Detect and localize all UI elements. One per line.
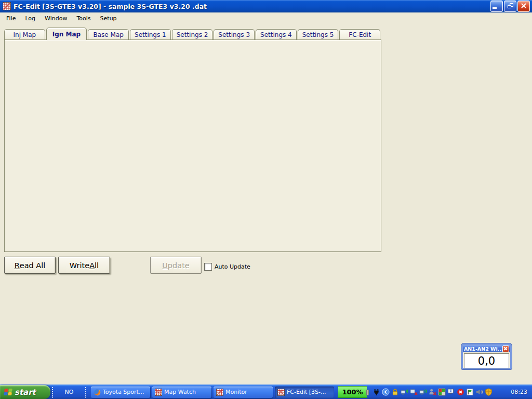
tab-settings-5[interactable]: Settings 5 — [298, 29, 339, 40]
menu-bar: FileLogWindowToolsSetup — [0, 12, 532, 24]
minimize-button[interactable] — [490, 1, 503, 12]
tab-settings-1[interactable]: Settings 1 — [130, 29, 171, 40]
colorful-app-icon[interactable] — [438, 388, 446, 396]
security-shield-icon[interactable] — [485, 388, 493, 396]
wireless-network-2-icon[interactable] — [419, 388, 427, 396]
toolbar-handle[interactable] — [51, 387, 54, 398]
wireless-network-icon[interactable] — [401, 388, 408, 396]
power-plug-icon[interactable] — [373, 388, 380, 396]
menu-window[interactable]: Window — [40, 14, 72, 23]
start-label: start — [15, 388, 36, 397]
close-button[interactable] — [517, 1, 530, 12]
tab-strip: Inj MapIgn MapBase MapSettings 1Settings… — [4, 28, 381, 40]
tab-fc-edit[interactable]: FC-Edit — [339, 29, 380, 40]
minimize-icon — [493, 7, 497, 9]
an1-an2-window[interactable]: AN1-AN2 Wi... 0,0 — [461, 343, 512, 369]
an1-an2-title-bar: AN1-AN2 Wi... — [463, 345, 510, 352]
title-bar: FC-Edit [3S-GTE3 v3.20] - sample 3S-GTE3… — [0, 0, 532, 12]
start-button[interactable]: start — [0, 385, 50, 399]
update-button-disabled: Update — [150, 257, 202, 274]
offline-user-icon[interactable] — [429, 388, 436, 396]
tab-base-map[interactable]: Base Map — [88, 29, 129, 40]
hide-icons-chevron[interactable] — [382, 388, 390, 396]
tab-settings-3[interactable]: Settings 3 — [214, 29, 255, 40]
windows-logo-icon — [4, 389, 12, 395]
taskbar: start NO Toyota Sport...Map WatchMonitor… — [0, 384, 532, 399]
menu-file[interactable]: File — [2, 14, 20, 23]
taskbar-task-map-watch[interactable]: Map Watch — [152, 387, 211, 398]
menu-setup[interactable]: Setup — [96, 14, 122, 23]
battery-indicator[interactable]: 100% — [338, 386, 367, 398]
task-label: FC-Edit [3S-... — [287, 389, 326, 395]
write-all-button[interactable]: Write All — [58, 257, 110, 274]
taskbar-clock: 08:23 — [511, 389, 527, 395]
tab-ign-map[interactable]: Ign Map — [46, 28, 87, 40]
auto-update-checkbox[interactable] — [204, 263, 212, 271]
language-indicator[interactable]: NO — [55, 389, 84, 395]
task-label: Monitor — [225, 389, 247, 395]
fc-grid-icon — [216, 389, 223, 396]
fc-grid-icon — [277, 389, 285, 396]
window-controls — [490, 1, 530, 12]
task-label: Toyota Sport... — [103, 389, 144, 395]
fc-grid-icon — [155, 389, 162, 396]
auto-update-row: Auto Update — [204, 263, 250, 271]
an1-an2-title: AN1-AN2 Wi... — [464, 346, 502, 352]
app-window: FC-Edit [3S-GTE3 v3.20] - sample 3S-GTE3… — [0, 0, 532, 399]
toolbar-handle[interactable] — [85, 387, 87, 398]
menu-log[interactable]: Log — [20, 14, 40, 23]
lock-icon[interactable] — [391, 388, 399, 396]
menu-tools[interactable]: Tools — [72, 14, 95, 23]
close-icon — [521, 3, 526, 8]
ign-map-panel — [4, 39, 381, 252]
an1-an2-close-button[interactable] — [502, 345, 509, 352]
taskbar-task-monitor[interactable]: Monitor — [214, 387, 273, 398]
network-disconnected-icon[interactable] — [410, 388, 418, 396]
task-label: Map Watch — [164, 389, 196, 395]
tab-inj-map[interactable]: Inj Map — [4, 29, 45, 40]
fc-edit-app-icon — [3, 2, 11, 10]
taskbar-task-fc-edit-3s[interactable]: FC-Edit [3S-... — [275, 387, 334, 398]
volume-icon[interactable] — [475, 388, 483, 396]
restore-icon — [508, 3, 513, 8]
computer-info-icon[interactable] — [447, 388, 455, 396]
error-badge-icon[interactable] — [457, 388, 464, 396]
restore-button[interactable] — [504, 1, 516, 12]
window-title: FC-Edit [3S-GTE3 v3.20] - sample 3S-GTE3… — [14, 3, 490, 10]
an1-an2-value: 0,0 — [464, 353, 509, 368]
firefox-icon — [94, 389, 101, 396]
read-all-button[interactable]: Read All — [4, 257, 56, 274]
system-tray — [373, 388, 493, 396]
taskbar-task-toyota-sport[interactable]: Toyota Sport... — [91, 387, 150, 398]
task-buttons: Toyota Sport...Map WatchMonitorFC-Edit [… — [91, 387, 334, 398]
scheduler-flag-icon[interactable] — [466, 388, 474, 396]
tab-settings-4[interactable]: Settings 4 — [256, 29, 297, 40]
auto-update-label: Auto Update — [215, 263, 250, 270]
tab-settings-2[interactable]: Settings 2 — [172, 29, 213, 40]
